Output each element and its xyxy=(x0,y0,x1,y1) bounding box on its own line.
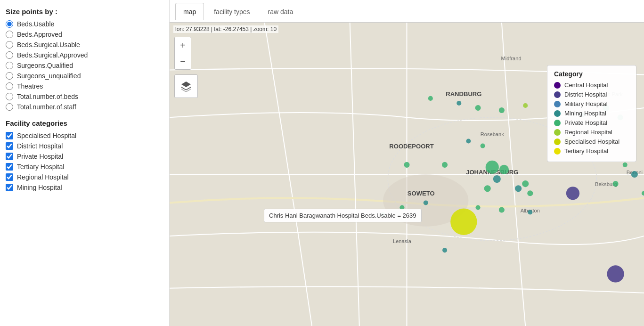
map-dot[interactable] xyxy=(484,185,491,192)
map-label: RANDBURG xyxy=(446,90,481,98)
radio-beds_surgical_approved[interactable]: Beds.Surgical.Approved xyxy=(6,51,163,59)
map-dot[interactable] xyxy=(428,96,433,101)
legend-item: Regional Hospital xyxy=(554,129,629,136)
map-dot[interactable] xyxy=(566,187,579,200)
map-dot[interactable] xyxy=(499,207,505,212)
map-coords: lon: 27.93228 | lat: -26.27453 | zoom: 1… xyxy=(173,25,278,33)
zoom-controls: + − xyxy=(174,37,191,70)
checkbox-tertiary[interactable]: Tertiary Hospital xyxy=(6,163,163,171)
map-dot[interactable] xyxy=(442,248,447,253)
layer-button[interactable] xyxy=(174,74,198,98)
map-dot[interactable] xyxy=(631,171,638,178)
tab-map[interactable]: map xyxy=(175,3,204,20)
facility-categories-title: Facility categories xyxy=(6,119,163,127)
size-options-group: Beds.UsableBeds.ApprovedBeds.Surgical.Us… xyxy=(6,20,163,111)
legend-color-dot xyxy=(554,120,561,126)
map-dot[interactable] xyxy=(523,103,528,108)
map-container[interactable]: lon: 27.93228 | lat: -26.27453 | zoom: 1… xyxy=(170,23,644,326)
map-label: ROODEPOORT xyxy=(389,143,433,150)
radio-theatres[interactable]: Theatres xyxy=(6,82,163,90)
legend-item: Mining Hospital xyxy=(554,110,629,117)
map-dot[interactable] xyxy=(522,180,529,187)
legend-color-dot xyxy=(554,82,561,89)
checkbox-mining[interactable]: Mining Hospital xyxy=(6,184,163,191)
tab-raw_data[interactable]: raw data xyxy=(260,3,301,20)
map-dot[interactable] xyxy=(486,161,499,174)
checkbox-specialised[interactable]: Specialised Hospital xyxy=(6,132,163,139)
radio-total_staff[interactable]: Total.number.of.staff xyxy=(6,103,163,111)
checkbox-private[interactable]: Private Hospital xyxy=(6,153,163,160)
map-dot[interactable] xyxy=(466,139,471,143)
map-label: Rosebank xyxy=(481,131,504,137)
tab-facility_types[interactable]: facility types xyxy=(206,3,258,20)
radio-beds_surgical_usable[interactable]: Beds.Surgical.Usable xyxy=(6,41,163,49)
size-points-title: Size points by : xyxy=(6,8,163,16)
map-dot[interactable] xyxy=(481,144,485,148)
legend-color-dot xyxy=(554,139,561,145)
map-dot[interactable] xyxy=(527,190,533,196)
right-panel: mapfacility typesraw data lon: 27.93228 … xyxy=(170,0,644,326)
map-dot[interactable] xyxy=(499,165,509,174)
map-dot[interactable] xyxy=(493,175,501,183)
radio-surgeons_unqualified[interactable]: Surgeons_unqualified xyxy=(6,72,163,80)
radio-beds_usable[interactable]: Beds.Usable xyxy=(6,20,163,28)
radio-surgeons_qualified[interactable]: Surgeons.Qualified xyxy=(6,62,163,69)
map-dot[interactable] xyxy=(613,181,619,187)
map-dot[interactable] xyxy=(404,162,409,168)
map-label: SOWETO xyxy=(408,190,435,197)
zoom-out-button[interactable]: − xyxy=(175,53,191,69)
legend-color-dot xyxy=(554,148,561,155)
map-label: Lenasia xyxy=(393,238,412,244)
legend-item: Central Hospital xyxy=(554,82,629,89)
legend-item: Private Hospital xyxy=(554,119,629,126)
legend-item: District Hospital xyxy=(554,91,629,98)
map-dot[interactable] xyxy=(623,163,628,167)
map-dot[interactable] xyxy=(475,105,481,111)
left-panel: Size points by : Beds.UsableBeds.Approve… xyxy=(0,0,170,326)
map-dot[interactable] xyxy=(424,200,428,205)
legend-color-dot xyxy=(554,110,561,117)
map-dot[interactable] xyxy=(528,210,532,215)
map-dot[interactable] xyxy=(476,205,481,210)
radio-beds_approved[interactable]: Beds.Approved xyxy=(6,31,163,38)
legend-item: Tertiary Hospital xyxy=(554,147,629,155)
legend-item: Military Hospital xyxy=(554,100,629,107)
zoom-in-button[interactable]: + xyxy=(175,37,191,53)
map-dot[interactable] xyxy=(607,265,624,282)
legend-color-dot xyxy=(554,101,561,107)
legend-color-dot xyxy=(554,91,561,98)
tabs-bar: mapfacility typesraw data xyxy=(170,0,644,23)
map-dot[interactable] xyxy=(442,162,448,168)
checkbox-regional[interactable]: Regional Hospital xyxy=(6,173,163,181)
map-dot[interactable] xyxy=(381,212,385,217)
map-dot[interactable] xyxy=(515,185,522,192)
map-label: Midfrand xyxy=(501,56,522,61)
legend-items: Central HospitalDistrict HospitalMilitar… xyxy=(554,82,629,155)
map-dot[interactable] xyxy=(457,101,461,106)
legend-color-dot xyxy=(554,129,561,136)
facility-categories-group: Specialised HospitalDistrict HospitalPri… xyxy=(6,132,163,191)
map-dot[interactable] xyxy=(450,209,477,235)
map-dot[interactable] xyxy=(399,205,404,210)
checkbox-district[interactable]: District Hospital xyxy=(6,142,163,150)
legend-title: Category xyxy=(554,70,629,78)
layers-icon xyxy=(180,81,192,92)
map-dot[interactable] xyxy=(499,107,505,113)
radio-total_beds[interactable]: Total.number.of.beds xyxy=(6,93,163,100)
legend-item: Specialised Hospital xyxy=(554,138,629,145)
legend: Category Central HospitalDistrict Hospit… xyxy=(547,65,636,162)
